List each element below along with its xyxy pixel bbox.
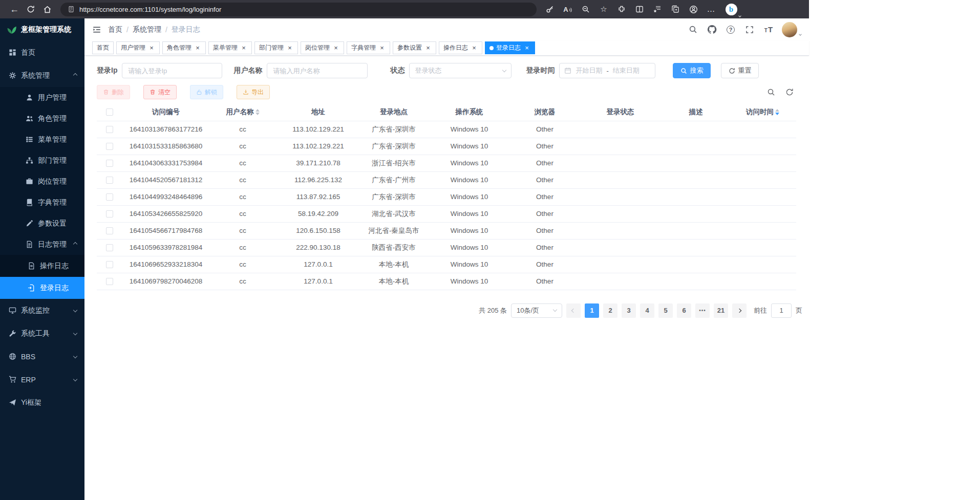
table-row[interactable]: 1641054566717984768 cc 120.6.150.158 河北省… xyxy=(97,222,796,239)
help-icon[interactable]: ? xyxy=(725,24,736,35)
close-tab-icon[interactable]: × xyxy=(378,45,386,52)
sidebar-item-post[interactable]: 岗位管理 xyxy=(0,171,84,192)
split-screen-icon[interactable] xyxy=(631,2,648,16)
font-size-icon[interactable]: TT xyxy=(763,24,774,35)
unlock-button[interactable]: 解锁 xyxy=(190,85,223,99)
breadcrumb-home[interactable]: 首页 xyxy=(108,25,122,34)
row-checkbox[interactable] xyxy=(106,193,113,201)
sidebar-item-menu[interactable]: 菜单管理 xyxy=(0,129,84,150)
table-row[interactable]: 1641044520567181312 cc 112.96.225.132 广东… xyxy=(97,171,796,188)
browser-refresh-button[interactable] xyxy=(23,2,39,16)
delete-button[interactable]: 删除 xyxy=(97,85,130,99)
sort-icon[interactable] xyxy=(255,109,260,115)
close-tab-icon[interactable]: × xyxy=(332,45,339,52)
tab-menu[interactable]: 菜单管理× xyxy=(208,41,252,54)
clear-button[interactable]: 清空 xyxy=(143,85,177,99)
site-info-icon[interactable] xyxy=(68,6,75,13)
tab-dict[interactable]: 字典管理× xyxy=(347,41,390,54)
close-tab-icon[interactable]: × xyxy=(424,45,432,52)
table-search-icon[interactable] xyxy=(764,85,778,99)
tab-role[interactable]: 角色管理× xyxy=(162,41,206,54)
fullscreen-icon[interactable] xyxy=(744,24,755,35)
address-bar[interactable]: https://ccnetcore.com:1101/system/log/lo… xyxy=(60,3,537,16)
zoom-icon[interactable] xyxy=(578,2,594,16)
tab-loginlog[interactable]: 登录日志× xyxy=(485,41,535,54)
tab-post[interactable]: 岗位管理× xyxy=(301,41,344,54)
bing-sidebar-icon[interactable]: b xyxy=(721,2,741,17)
close-tab-icon[interactable]: × xyxy=(240,45,247,52)
next-page-button[interactable] xyxy=(732,303,747,318)
sidebar-item-loginlog[interactable]: 登录日志 xyxy=(0,277,84,299)
user-name-input[interactable] xyxy=(267,63,368,78)
table-row[interactable]: 1641059633978281984 cc 222.90.130.18 陕西省… xyxy=(97,239,796,256)
browser-home-button[interactable] xyxy=(39,2,55,16)
sidebar-item-home[interactable]: 首页 xyxy=(0,41,84,64)
goto-page-input[interactable] xyxy=(771,303,792,318)
sidebar-item-system[interactable]: 系统管理 xyxy=(0,64,84,87)
status-select[interactable]: 登录状态 xyxy=(409,63,512,78)
page-button-2[interactable]: 2 xyxy=(603,303,617,318)
row-checkbox[interactable] xyxy=(106,126,113,133)
select-all-checkbox[interactable] xyxy=(106,108,113,116)
table-refresh-icon[interactable] xyxy=(783,85,796,99)
close-tab-icon[interactable]: × xyxy=(471,45,478,52)
close-tab-icon[interactable]: × xyxy=(148,45,155,52)
page-button-21[interactable]: 21 xyxy=(714,303,728,318)
prev-page-button[interactable] xyxy=(566,303,581,318)
tab-operlog[interactable]: 操作日志× xyxy=(439,41,482,54)
collections-icon[interactable] xyxy=(667,2,684,16)
header-search-icon[interactable] xyxy=(687,24,698,35)
row-checkbox[interactable] xyxy=(106,278,113,285)
table-row[interactable]: 1641053426655825920 cc 58.19.42.209 湖北省-… xyxy=(97,205,796,222)
table-row[interactable]: 1641031533185863680 cc 113.102.129.221 广… xyxy=(97,138,796,155)
page-button-1[interactable]: 1 xyxy=(585,303,599,318)
sidebar-item-operlog[interactable]: 操作日志 xyxy=(0,255,84,277)
more-pages-button[interactable]: ••• xyxy=(695,303,710,318)
row-checkbox[interactable] xyxy=(106,177,113,184)
page-button-6[interactable]: 6 xyxy=(677,303,691,318)
app-logo[interactable]: 意框架管理系统 xyxy=(0,18,84,41)
row-checkbox[interactable] xyxy=(106,210,113,218)
row-checkbox[interactable] xyxy=(106,261,113,268)
tab-user[interactable]: 用户管理× xyxy=(116,41,160,54)
sidebar-item-erp[interactable]: ERP xyxy=(0,368,84,391)
sidebar-item-monitor[interactable]: 系统监控 xyxy=(0,299,84,322)
row-checkbox[interactable] xyxy=(106,143,113,150)
read-aloud-icon[interactable]: A xyxy=(560,2,576,16)
tab-home[interactable]: 首页 xyxy=(92,41,114,54)
github-icon[interactable] xyxy=(706,24,717,35)
export-button[interactable]: 导出 xyxy=(237,85,270,99)
user-avatar[interactable] xyxy=(782,22,801,37)
favorites-bar-icon[interactable] xyxy=(649,2,666,16)
table-row[interactable]: 1641031367863177216 cc 113.102.129.221 广… xyxy=(97,121,796,138)
page-size-select[interactable]: 10条/页 xyxy=(511,303,562,318)
sidebar-item-user[interactable]: 用户管理 xyxy=(0,87,84,108)
sidebar-item-role[interactable]: 角色管理 xyxy=(0,108,84,129)
table-row[interactable]: 1641044993248464896 cc 113.87.92.165 广东省… xyxy=(97,188,796,205)
sidebar-item-log[interactable]: 日志管理 xyxy=(0,234,84,255)
table-row[interactable]: 1641069652933218304 cc 127.0.0.1 本地-本机 W… xyxy=(97,256,796,273)
collapse-sidebar-icon[interactable] xyxy=(92,25,101,34)
close-tab-icon[interactable]: × xyxy=(523,45,530,52)
tab-param[interactable]: 参数设置× xyxy=(393,41,436,54)
sidebar-item-yi[interactable]: Yi框架 xyxy=(0,391,84,414)
page-button-3[interactable]: 3 xyxy=(622,303,636,318)
tab-dept[interactable]: 部门管理× xyxy=(254,41,298,54)
table-row[interactable]: 1641043063331753984 cc 39.171.210.78 浙江省… xyxy=(97,155,796,171)
search-button[interactable]: 搜索 xyxy=(673,63,711,78)
sidebar-item-bbs[interactable]: BBS xyxy=(0,345,84,368)
sidebar-item-dept[interactable]: 部门管理 xyxy=(0,150,84,171)
close-tab-icon[interactable]: × xyxy=(286,45,293,52)
page-button-5[interactable]: 5 xyxy=(658,303,673,318)
browser-more-icon[interactable]: … xyxy=(703,2,719,16)
row-checkbox[interactable] xyxy=(106,227,113,234)
date-range-picker[interactable]: 开始日期 - 结束日期 xyxy=(559,63,655,78)
reset-button[interactable]: 重置 xyxy=(721,63,759,78)
password-key-icon[interactable] xyxy=(542,2,558,16)
breadcrumb-system[interactable]: 系统管理 xyxy=(133,25,161,34)
row-checkbox[interactable] xyxy=(106,244,113,251)
table-row[interactable]: 1641069798270046208 cc 127.0.0.1 本地-本机 W… xyxy=(97,273,796,290)
row-checkbox[interactable] xyxy=(106,160,113,167)
sidebar-item-tools[interactable]: 系统工具 xyxy=(0,322,84,345)
page-button-4[interactable]: 4 xyxy=(640,303,654,318)
